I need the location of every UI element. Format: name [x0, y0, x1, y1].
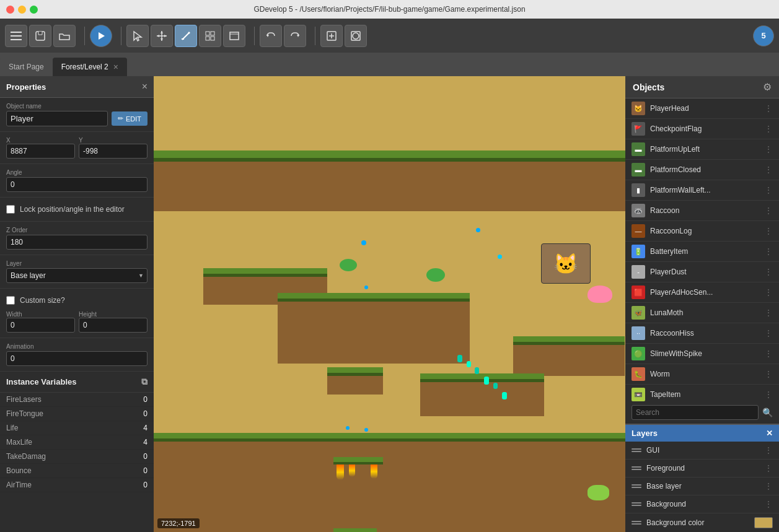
external-link-icon[interactable]: ⧉ [141, 377, 147, 387]
layer-item[interactable]: Foreground ⋮ [625, 460, 779, 477]
object-item[interactable]: - PlayerDust ⋮ [625, 262, 779, 282]
angle-label: Angle [6, 169, 147, 176]
object-item[interactable]: — RaccoonLog ⋮ [625, 221, 779, 242]
lock-checkbox[interactable] [6, 205, 15, 214]
object-menu-icon[interactable]: ⋮ [764, 287, 773, 297]
new-project-icon[interactable] [29, 25, 51, 47]
var-value: 0 [143, 395, 147, 404]
undo-button[interactable] [260, 25, 282, 47]
object-name: PlayerHead [650, 104, 759, 113]
object-item[interactable]: 🦝 Raccoon ⋮ [625, 201, 779, 221]
object-menu-icon[interactable]: ⋮ [764, 349, 773, 359]
object-menu-icon[interactable]: ⋮ [764, 206, 773, 216]
width-coord: Width [6, 311, 75, 333]
layer-menu-icon[interactable]: ⋮ [764, 499, 773, 509]
instance-vars-list: FireLasers0FireTongue0Life4MaxLife4TakeD… [0, 393, 154, 492]
object-item[interactable]: 🐱 PlayerHead ⋮ [625, 98, 779, 119]
object-menu-icon[interactable]: ⋮ [764, 267, 773, 277]
object-item[interactable]: 🟥 PlayerAdHocSen... ⋮ [625, 282, 779, 303]
custom-size-checkbox[interactable] [6, 296, 15, 305]
right-platform-1-dirt [513, 345, 625, 376]
object-menu-icon[interactable]: ⋮ [764, 165, 773, 175]
y-input[interactable] [79, 144, 147, 159]
maximize-button[interactable] [30, 6, 38, 14]
object-item[interactable]: ▬ PlatformUpLeft ⋮ [625, 139, 779, 160]
layer-menu-icon[interactable]: ⋮ [764, 445, 773, 455]
object-menu-icon[interactable]: ⋮ [764, 308, 773, 318]
layer-menu-icon[interactable]: ⋮ [764, 481, 773, 491]
object-item[interactable]: 📼 TapeItem ⋮ [625, 385, 779, 401]
search-input[interactable] [632, 405, 759, 420]
object-item[interactable]: ▬ PlatformClosed ⋮ [625, 160, 779, 180]
height-input[interactable] [79, 318, 147, 333]
svg-rect-0 [11, 32, 22, 33]
bg-color-swatch[interactable] [754, 517, 773, 528]
zorder-input[interactable] [6, 235, 147, 250]
layer-menu-icon[interactable]: ⋮ [764, 463, 773, 473]
object-menu-icon[interactable]: ⋮ [764, 185, 773, 195]
canvas-area[interactable]: 🐱 7232;-1791 [154, 76, 625, 532]
tab-start-page[interactable]: Start Page [0, 58, 53, 76]
fire-1 [337, 464, 344, 480]
zoom-out-tool[interactable] [345, 25, 367, 47]
var-name: AirTime [6, 481, 32, 489]
object-menu-icon[interactable]: ⋮ [764, 246, 773, 256]
x-input[interactable] [6, 144, 75, 159]
width-input[interactable] [6, 318, 75, 333]
object-name-input[interactable] [6, 111, 108, 126]
edit-button[interactable]: ✏ EDIT [112, 111, 147, 126]
object-menu-icon[interactable]: ⋮ [764, 124, 773, 134]
object-menu-icon[interactable]: ⋮ [764, 369, 773, 379]
move-tool[interactable] [151, 25, 173, 47]
angle-input[interactable] [6, 177, 147, 192]
object-icon: 🚩 [632, 122, 645, 136]
layer-line [632, 448, 641, 450]
redo-button[interactable] [284, 25, 306, 47]
layers-close-icon[interactable]: ✕ [766, 429, 773, 438]
object-item[interactable]: 🐛 Worm ⋮ [625, 364, 779, 385]
grid-tool[interactable] [199, 25, 221, 47]
width-label: Width [6, 311, 75, 318]
object-menu-icon[interactable]: ⋮ [764, 328, 773, 338]
edit-tool[interactable] [175, 25, 197, 47]
profile-button[interactable]: 5 [753, 25, 774, 46]
cursor-tool[interactable] [126, 25, 149, 47]
object-icon: ▮ [632, 183, 645, 197]
layer-select[interactable]: Base layer [6, 268, 147, 283]
var-value: 0 [143, 466, 147, 475]
object-item[interactable]: 🔋 BatteryItem ⋮ [625, 242, 779, 262]
tab-close-icon[interactable]: × [113, 63, 118, 71]
object-name: PlatformWallLeft... [650, 186, 759, 194]
window-tool[interactable] [223, 25, 245, 47]
layer-item[interactable]: Base layer ⋮ [625, 477, 779, 495]
platform-2-dirt [278, 302, 470, 364]
object-item[interactable]: 🟢 SlimeWithSpike ⋮ [625, 344, 779, 364]
objects-filter-icon[interactable]: ⚙ [763, 81, 772, 93]
layer-handle [632, 466, 641, 470]
close-button[interactable] [6, 6, 14, 14]
minimize-button[interactable] [18, 6, 26, 14]
platform-2-grass [278, 293, 470, 302]
object-menu-icon[interactable]: ⋮ [764, 103, 773, 113]
svg-rect-12 [206, 32, 209, 35]
tab-forest-level2[interactable]: Forest/Level 2 × [53, 58, 127, 76]
object-menu-icon[interactable]: ⋮ [764, 226, 773, 236]
play-button[interactable] [90, 25, 112, 47]
menu-icon[interactable] [5, 25, 27, 47]
object-menu-icon[interactable]: ⋮ [764, 144, 773, 154]
layer-name: GUI [646, 446, 759, 455]
object-item[interactable]: 🦋 LunaMoth ⋮ [625, 303, 779, 323]
object-item[interactable]: 🚩 CheckpointFlag ⋮ [625, 119, 779, 139]
object-item[interactable]: ·· RaccoonHiss ⋮ [625, 323, 779, 344]
properties-close-icon[interactable]: × [142, 81, 147, 92]
open-project-icon[interactable] [53, 25, 76, 47]
zoom-in-tool[interactable] [320, 25, 343, 47]
var-name: FireTongue [6, 409, 43, 418]
svg-marker-6 [134, 32, 141, 41]
layer-item[interactable]: GUI ⋮ [625, 442, 779, 460]
window-controls[interactable] [6, 6, 38, 14]
object-menu-icon[interactable]: ⋮ [764, 390, 773, 399]
layer-item[interactable]: Background ⋮ [625, 495, 779, 513]
animation-input[interactable] [6, 351, 147, 366]
object-item[interactable]: ▮ PlatformWallLeft... ⋮ [625, 180, 779, 201]
